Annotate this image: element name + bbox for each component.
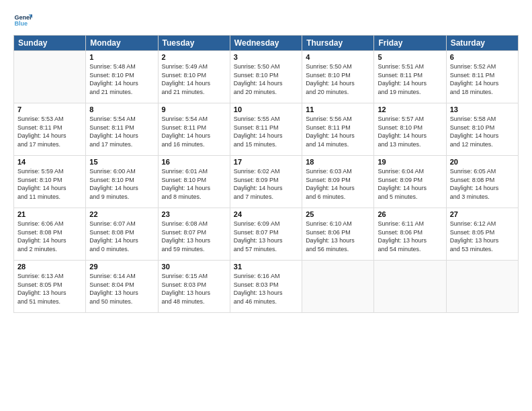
day-number: 4 [306,53,370,61]
cell-info: Sunrise: 6:16 AM Sunset: 8:03 PM Dayligh… [234,272,298,306]
day-cell: 2Sunrise: 5:49 AM Sunset: 8:10 PM Daylig… [158,51,230,103]
day-cell: 3Sunrise: 5:50 AM Sunset: 8:10 PM Daylig… [230,51,302,103]
cell-info: Sunrise: 6:15 AM Sunset: 8:03 PM Dayligh… [162,272,226,306]
day-number: 10 [234,105,298,113]
cell-info: Sunrise: 6:08 AM Sunset: 8:07 PM Dayligh… [162,220,226,253]
logo: General Blue [13,11,32,30]
day-cell: 17Sunrise: 6:02 AM Sunset: 8:09 PM Dayli… [230,156,302,208]
day-cell: 29Sunrise: 6:14 AM Sunset: 8:04 PM Dayli… [86,261,158,313]
page: General Blue SundayMondayTuesdayWednesda… [0,0,532,411]
day-cell: 11Sunrise: 5:56 AM Sunset: 8:11 PM Dayli… [302,103,374,156]
day-cell: 18Sunrise: 6:03 AM Sunset: 8:09 PM Dayli… [302,156,374,208]
column-header-thursday: Thursday [302,36,374,51]
day-number: 19 [378,158,442,166]
day-cell: 28Sunrise: 6:13 AM Sunset: 8:05 PM Dayli… [14,261,86,313]
day-cell [374,261,446,313]
cell-info: Sunrise: 6:14 AM Sunset: 8:04 PM Dayligh… [89,272,154,306]
cell-info: Sunrise: 5:59 AM Sunset: 8:10 PM Dayligh… [17,167,82,201]
day-cell: 20Sunrise: 6:05 AM Sunset: 8:08 PM Dayli… [446,156,518,208]
cell-info: Sunrise: 5:50 AM Sunset: 8:10 PM Dayligh… [306,62,370,96]
cell-info: Sunrise: 6:05 AM Sunset: 8:08 PM Dayligh… [450,167,515,201]
cell-info: Sunrise: 5:50 AM Sunset: 8:10 PM Dayligh… [234,62,298,96]
cell-info: Sunrise: 6:01 AM Sunset: 8:10 PM Dayligh… [162,167,226,201]
cell-info: Sunrise: 5:49 AM Sunset: 8:10 PM Dayligh… [162,62,226,96]
day-cell: 4Sunrise: 5:50 AM Sunset: 8:10 PM Daylig… [302,51,374,103]
day-number: 17 [234,158,298,166]
day-number: 21 [17,210,82,218]
cell-info: Sunrise: 6:02 AM Sunset: 8:09 PM Dayligh… [234,167,298,201]
day-number: 20 [450,158,515,166]
column-header-friday: Friday [374,36,446,51]
day-cell: 13Sunrise: 5:58 AM Sunset: 8:10 PM Dayli… [446,103,518,156]
cell-info: Sunrise: 5:58 AM Sunset: 8:10 PM Dayligh… [450,115,515,148]
day-cell: 5Sunrise: 5:51 AM Sunset: 8:11 PM Daylig… [374,51,446,103]
day-number: 9 [162,105,226,113]
day-number: 22 [89,210,154,218]
day-number: 27 [450,210,515,218]
cell-info: Sunrise: 6:10 AM Sunset: 8:06 PM Dayligh… [306,220,370,253]
day-number: 26 [378,210,442,218]
column-header-saturday: Saturday [446,36,518,51]
column-header-monday: Monday [86,36,158,51]
day-cell [14,51,86,103]
column-header-wednesday: Wednesday [230,36,302,51]
day-cell: 24Sunrise: 6:09 AM Sunset: 8:07 PM Dayli… [230,208,302,261]
day-cell: 31Sunrise: 6:16 AM Sunset: 8:03 PM Dayli… [230,261,302,313]
day-cell: 27Sunrise: 6:12 AM Sunset: 8:05 PM Dayli… [446,208,518,261]
day-number: 3 [234,53,298,61]
cell-info: Sunrise: 5:53 AM Sunset: 8:11 PM Dayligh… [17,115,82,148]
day-number: 11 [306,105,370,113]
cell-info: Sunrise: 6:09 AM Sunset: 8:07 PM Dayligh… [234,220,298,253]
day-number: 14 [17,158,82,166]
day-cell: 9Sunrise: 5:54 AM Sunset: 8:11 PM Daylig… [158,103,230,156]
cell-info: Sunrise: 5:54 AM Sunset: 8:11 PM Dayligh… [89,115,154,148]
day-cell: 26Sunrise: 6:11 AM Sunset: 8:06 PM Dayli… [374,208,446,261]
day-number: 7 [17,105,82,113]
day-cell: 19Sunrise: 6:04 AM Sunset: 8:09 PM Dayli… [374,156,446,208]
day-cell: 7Sunrise: 5:53 AM Sunset: 8:11 PM Daylig… [14,103,86,156]
day-cell: 8Sunrise: 5:54 AM Sunset: 8:11 PM Daylig… [86,103,158,156]
day-number: 30 [162,263,226,271]
day-cell: 6Sunrise: 5:52 AM Sunset: 8:11 PM Daylig… [446,51,518,103]
cell-info: Sunrise: 6:04 AM Sunset: 8:09 PM Dayligh… [378,167,442,201]
cell-info: Sunrise: 5:51 AM Sunset: 8:11 PM Dayligh… [378,62,442,96]
cell-info: Sunrise: 5:52 AM Sunset: 8:11 PM Dayligh… [450,62,515,96]
day-cell: 23Sunrise: 6:08 AM Sunset: 8:07 PM Dayli… [158,208,230,261]
column-header-sunday: Sunday [14,36,86,51]
column-header-tuesday: Tuesday [158,36,230,51]
cell-info: Sunrise: 5:55 AM Sunset: 8:11 PM Dayligh… [234,115,298,148]
day-number: 18 [306,158,370,166]
cell-info: Sunrise: 6:00 AM Sunset: 8:10 PM Dayligh… [89,167,154,201]
day-number: 16 [162,158,226,166]
day-cell: 25Sunrise: 6:10 AM Sunset: 8:06 PM Dayli… [302,208,374,261]
day-cell: 30Sunrise: 6:15 AM Sunset: 8:03 PM Dayli… [158,261,230,313]
day-cell: 15Sunrise: 6:00 AM Sunset: 8:10 PM Dayli… [86,156,158,208]
cell-info: Sunrise: 6:11 AM Sunset: 8:06 PM Dayligh… [378,220,442,253]
day-cell: 10Sunrise: 5:55 AM Sunset: 8:11 PM Dayli… [230,103,302,156]
day-number: 31 [234,263,298,271]
calendar-table: SundayMondayTuesdayWednesdayThursdayFrid… [13,35,519,313]
day-cell: 14Sunrise: 5:59 AM Sunset: 8:10 PM Dayli… [14,156,86,208]
header: General Blue [13,11,519,30]
cell-info: Sunrise: 5:57 AM Sunset: 8:10 PM Dayligh… [378,115,442,148]
day-number: 25 [306,210,370,218]
day-number: 15 [89,158,154,166]
day-number: 1 [89,53,154,61]
day-cell: 12Sunrise: 5:57 AM Sunset: 8:10 PM Dayli… [374,103,446,156]
day-number: 29 [89,263,154,271]
day-cell: 22Sunrise: 6:07 AM Sunset: 8:08 PM Dayli… [86,208,158,261]
day-number: 8 [89,105,154,113]
day-cell [302,261,374,313]
day-number: 13 [450,105,515,113]
cell-info: Sunrise: 6:07 AM Sunset: 8:08 PM Dayligh… [89,220,154,253]
day-number: 2 [162,53,226,61]
day-number: 23 [162,210,226,218]
day-number: 5 [378,53,442,61]
cell-info: Sunrise: 5:48 AM Sunset: 8:10 PM Dayligh… [89,62,154,96]
day-cell: 21Sunrise: 6:06 AM Sunset: 8:08 PM Dayli… [14,208,86,261]
cell-info: Sunrise: 6:03 AM Sunset: 8:09 PM Dayligh… [306,167,370,201]
cell-info: Sunrise: 6:12 AM Sunset: 8:05 PM Dayligh… [450,220,515,253]
day-cell: 16Sunrise: 6:01 AM Sunset: 8:10 PM Dayli… [158,156,230,208]
cell-info: Sunrise: 6:06 AM Sunset: 8:08 PM Dayligh… [17,220,82,253]
day-cell [446,261,518,313]
